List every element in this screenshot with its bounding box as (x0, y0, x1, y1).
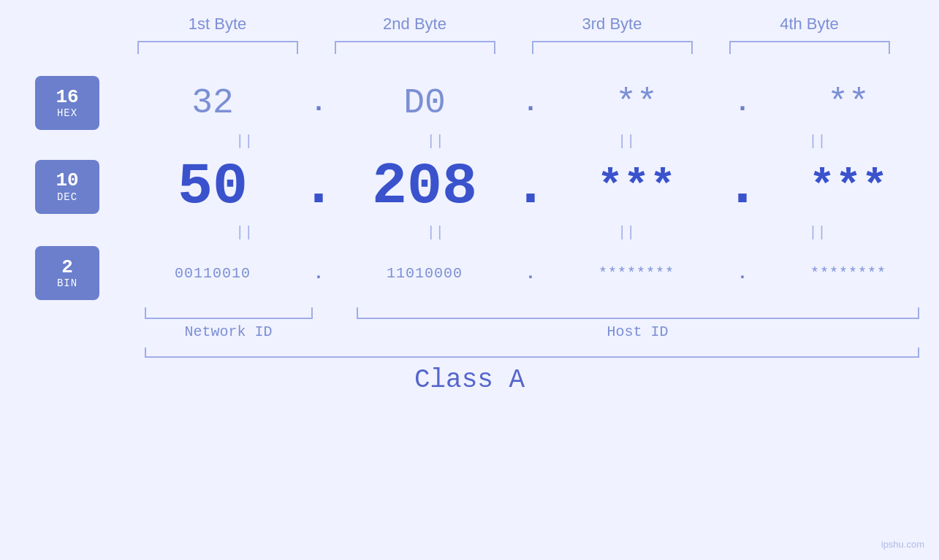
network-id-label: Network ID (145, 323, 313, 340)
bracket-byte3 (532, 41, 693, 54)
bin-label: 2 BIN (35, 246, 99, 300)
watermark: ipshu.com (881, 539, 924, 550)
hex-byte2: D0 (341, 83, 509, 123)
bin-dot3: . (721, 264, 764, 283)
eq1-b4: || (745, 134, 891, 149)
host-id-bracket (357, 307, 919, 319)
dec-byte4: *** (764, 162, 932, 212)
hex-byte3: ** (552, 83, 721, 123)
dec-dot1: . (297, 153, 341, 220)
bin-byte4: ******** (764, 265, 932, 282)
byte1-header: 1st Byte (130, 15, 305, 34)
eq1-b1: || (171, 134, 317, 149)
byte3-header: 3rd Byte (525, 15, 700, 34)
dec-dot3: . (721, 153, 764, 220)
hex-values: 32 . D0 . ** . ** (99, 83, 939, 123)
equals-row-2: || || || || (137, 226, 926, 240)
dec-values: 50 . 208 . *** . *** (99, 153, 939, 220)
main-container: 1st Byte 2nd Byte 3rd Byte 4th Byte 16 H… (0, 0, 939, 560)
hex-label: 16 HEX (35, 76, 99, 130)
dec-byte3: *** (552, 162, 721, 212)
eq1-b2: || (362, 134, 509, 149)
equals-row-1: || || || || (137, 134, 926, 149)
eq1-b3: || (553, 134, 699, 149)
hex-dot2: . (509, 88, 552, 118)
eq2-b4: || (745, 226, 891, 240)
byte2-header: 2nd Byte (327, 15, 503, 34)
dec-label: 10 DEC (35, 160, 99, 214)
eq2-b2: || (362, 226, 509, 240)
id-labels-row: Network ID Host ID (145, 323, 919, 340)
dec-byte1: 50 (129, 153, 297, 220)
bin-byte3: ******** (552, 265, 721, 282)
hex-byte1: 32 (129, 83, 297, 123)
dec-dot2: . (509, 153, 552, 220)
byte4-header: 4th Byte (722, 15, 897, 34)
byte-headers-row: 1st Byte 2nd Byte 3rd Byte 4th Byte (119, 15, 908, 34)
network-id-bracket (145, 307, 313, 319)
eq2-b1: || (171, 226, 317, 240)
dec-byte2: 208 (341, 153, 509, 220)
dec-row: 10 DEC 50 . 208 . *** . *** (0, 153, 939, 220)
host-id-label: Host ID (357, 323, 919, 340)
hex-dot3: . (721, 88, 764, 118)
hex-byte4: ** (764, 83, 932, 123)
bin-dot2: . (509, 264, 552, 283)
class-bracket (145, 348, 919, 358)
top-brackets (119, 41, 908, 54)
bin-row: 2 BIN 00110010 . 11010000 . ******** . (0, 246, 939, 300)
bin-values: 00110010 . 11010000 . ******** . *******… (99, 264, 939, 283)
bin-byte1: 00110010 (129, 265, 297, 282)
bin-byte2: 11010000 (341, 265, 509, 282)
bottom-brackets-container (145, 307, 919, 319)
hex-dot1: . (297, 88, 341, 118)
eq2-b3: || (553, 226, 699, 240)
bracket-byte2 (335, 41, 495, 54)
bin-dot1: . (297, 264, 341, 283)
bracket-byte1 (137, 41, 298, 54)
hex-row: 16 HEX 32 . D0 . ** . ** (0, 76, 939, 130)
bracket-byte4 (729, 41, 890, 54)
class-label: Class A (0, 365, 939, 395)
